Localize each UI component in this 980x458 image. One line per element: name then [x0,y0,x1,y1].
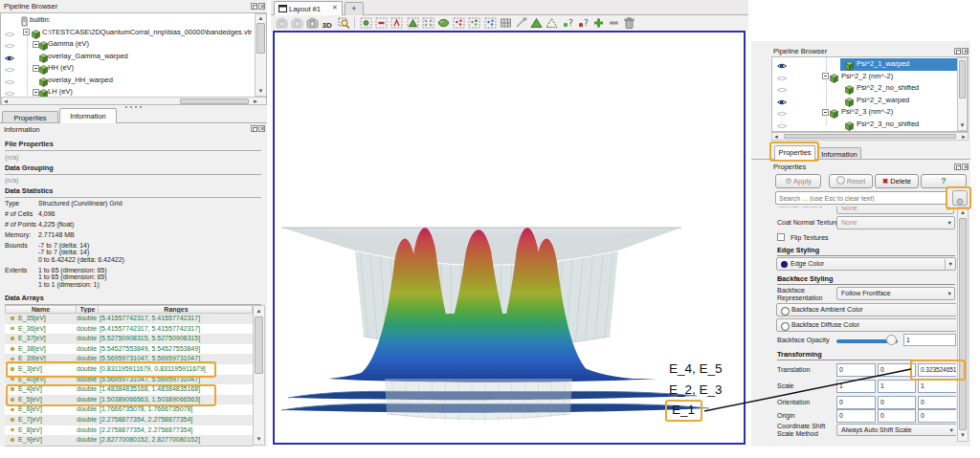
flip-textures-checkbox[interactable] [777,233,785,241]
probe-icon[interactable] [546,17,558,29]
tree-row-psi22-noshift[interactable]: Psi^2_2_no_shifted [772,82,968,95]
scroll-right-icon[interactable]: ► [961,134,967,141]
tree-row-psi22-warped[interactable]: Psi^2_2_warped [772,95,968,107]
tree-row-hh[interactable]: HH (eV) [1,62,266,75]
add-selection-icon[interactable] [407,17,419,29]
zoom-to-data-icon[interactable] [338,17,350,29]
tree-row-overlay-gamma[interactable]: overlay_Gamma_warped [1,51,266,63]
grow-selection-icon[interactable] [623,17,635,29]
scale-z-field[interactable]: 1 [918,380,956,393]
reset-button[interactable]: Reset [829,174,873,188]
array-table-vscrollbar[interactable]: ▲ ▼ [253,305,265,446]
select-frustum-icon[interactable] [437,17,450,29]
right-pipeline-close-icon[interactable] [962,48,969,55]
capture-screenshot-icon[interactable] [306,17,319,29]
query-cells-icon[interactable] [592,17,605,29]
new-layout-tab[interactable]: + [345,2,364,15]
right-pipeline-float-icon[interactable] [954,48,961,55]
array-table-row[interactable]: E_8[eV]double[2.2758877354, 2.2758877354… [5,425,253,436]
left-tree-vscrollbar[interactable]: ▲ ▼ [255,13,267,97]
left-tree-hscrollbar[interactable]: ◄ ► [1,97,267,105]
select-cells-polygon-icon[interactable]: ? [562,17,574,29]
deselect-icon[interactable] [390,17,403,29]
scroll-up-icon[interactable]: ▲ [256,15,266,22]
select-cells-on-icon[interactable] [375,17,388,29]
scroll-left-icon[interactable]: ◄ [3,98,9,105]
normal-texture-select[interactable]: None ▼ [836,207,954,214]
right-properties-close-icon[interactable] [962,164,969,170]
array-table-row[interactable]: E_35[eV]double[5.41557742317, 5.41557742… [5,314,253,324]
tree-row-psi23[interactable]: Psi^2_3 (nm^-2) [772,106,968,119]
right-tree-hscrollbar[interactable]: ◄ ► [771,132,969,141]
scale-y-field[interactable]: 1 [878,380,916,393]
array-table-row[interactable]: E_37[eV]double[5.52750908315, 5.52750908… [5,334,253,344]
scroll-up-icon[interactable]: ▲ [958,209,968,216]
coat-normal-texture-select[interactable]: None ▼ [836,216,955,229]
splitter-handle[interactable] [125,106,145,108]
array-table-row[interactable]: E_36[eV]double[5.41557742317, 5.41557742… [5,324,253,335]
tree-row-psi21-warped[interactable]: Psi^2_1_warped [772,58,968,71]
scroll-up-icon[interactable]: ▲ [254,308,264,315]
properties-vscrollbar[interactable]: ▲ ▼ [957,207,969,442]
search-input[interactable] [775,191,947,205]
select-block-icon[interactable] [453,17,465,29]
tree-row-overlay-hh[interactable]: overlay_HH_warped [1,75,266,87]
column-header-ranges[interactable]: Ranges [98,306,254,313]
left-pipeline-float-icon[interactable] [251,3,257,10]
tab-close-icon[interactable]: ✕ [332,4,338,11]
tree-row-gamma[interactable]: Gamma (eV) [1,38,266,51]
select-mesh-icon[interactable] [530,17,543,29]
orientation-z-field[interactable]: 0 [918,396,956,409]
right-tree-vscrollbar[interactable]: ▼ [957,57,968,131]
interactive-select-points-icon[interactable] [484,17,497,29]
expander-icon[interactable] [33,41,39,48]
scroll-down-icon[interactable]: ▼ [254,436,264,443]
orientation-x-field[interactable]: 0 [836,396,876,409]
camera-undo-icon[interactable] [276,17,288,29]
separator[interactable] [360,17,372,29]
edge-color-select[interactable]: Edge Color ▼ [776,257,956,271]
column-header-name[interactable]: Name [6,306,76,313]
scroll-down-icon[interactable]: ▼ [256,88,266,95]
array-table-row[interactable]: E_9[eV]double[2.82770080152, 2.827700801… [5,435,253,446]
array-table-header[interactable]: Name Type Ranges [5,305,253,314]
column-header-type[interactable]: Type [76,306,99,313]
toggle-2d3d-icon[interactable]: 3D [323,17,335,29]
scroll-right-icon[interactable]: ► [253,98,258,105]
information-close-icon[interactable] [258,125,265,132]
select-points-polygon-icon[interactable]: ? [577,17,590,29]
array-table-row[interactable]: E_38[eV]double[5.54527553849, 5.54527553… [5,344,253,355]
translation-x-field[interactable]: 0 [836,363,876,377]
scroll-down-icon[interactable]: ▼ [958,122,967,129]
right-properties-float-icon[interactable] [954,164,961,170]
orientation-y-field[interactable]: 0 [878,396,916,409]
left-pipeline-close-icon[interactable] [258,3,265,10]
backface-diffuse-color-button[interactable]: Backface Diffuse Color [776,318,956,332]
query-points-icon[interactable] [608,17,620,29]
tree-row-psi22[interactable]: Psi^2_2 (nm^-2) [772,71,968,83]
hover-cells-icon[interactable] [515,17,527,29]
eye-hidden-icon[interactable] [776,120,788,132]
expander-icon[interactable] [822,109,829,116]
origin-y-field[interactable]: 0 [878,409,916,423]
tree-row-bandedges[interactable]: C:\TESTCASE\2DQuantumCorral_nnp\bias_000… [1,27,266,39]
apply-button[interactable]: ⚙ Apply [775,174,821,188]
hover-points-icon[interactable] [500,17,512,29]
backface-ambient-color-button[interactable]: Backface Ambient Color [776,303,956,316]
delete-button[interactable]: ✖ Delete [875,174,919,188]
layout-tab[interactable]: Layout #1 ✕ [274,1,343,15]
backface-representation-select[interactable]: Follow Frontface ▼ [836,287,955,300]
camera-redo-icon[interactable] [291,17,303,29]
array-table-row[interactable]: E_7[eV]double[2.2758877354, 2.2758877354… [5,415,253,425]
coordinate-shift-select[interactable]: Always Auto Shift Scale ▼ [836,424,956,436]
tree-row-psi23-noshift[interactable]: Psi^2_3_no_shifted [772,119,968,131]
select-points-on-icon[interactable] [422,17,434,29]
expander-icon[interactable] [822,73,829,79]
interactive-select-cells-icon[interactable] [468,17,480,29]
scroll-left-icon[interactable]: ◄ [773,134,779,141]
slider-handle[interactable] [886,335,897,345]
tree-row-builtin[interactable]: builtin: [1,14,266,27]
information-float-icon[interactable] [251,125,257,132]
origin-x-field[interactable]: 0 [836,409,876,423]
expander-icon[interactable] [33,89,39,96]
